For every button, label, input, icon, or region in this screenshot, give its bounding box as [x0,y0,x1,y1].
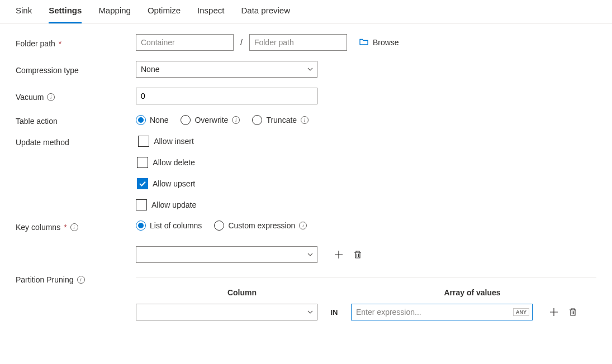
container-input[interactable] [136,34,234,51]
chevron-down-icon [307,309,314,315]
tab-settings[interactable]: Settings [49,6,82,23]
info-icon[interactable]: i [301,116,309,124]
chevron-down-icon [307,251,314,258]
tab-inspect[interactable]: Inspect [197,6,224,23]
key-columns-custom[interactable]: Custom expression i [214,221,307,231]
tab-optimize[interactable]: Optimize [148,6,181,23]
values-header: Array of values [348,288,596,297]
info-icon[interactable]: i [299,222,307,229]
partition-pruning-label: Partition Pruning i [16,273,136,284]
radio-icon [181,115,191,125]
vacuum-label: Vacuum i [16,90,136,102]
vacuum-input[interactable] [136,88,317,104]
update-method-label: Update method [16,136,136,147]
info-icon[interactable]: i [232,116,240,124]
allow-insert-checkbox[interactable]: Allow insert [138,136,194,147]
allow-update-checkbox[interactable]: Allow update [136,199,196,210]
table-action-overwrite[interactable]: Overwrite i [181,115,240,125]
tab-bar: Sink Settings Mapping Optimize Inspect D… [0,0,612,24]
add-button[interactable] [333,249,344,260]
info-icon[interactable]: i [70,223,78,231]
in-label: IN [328,308,341,317]
required-indicator: * [64,223,67,232]
partition-column-select[interactable] [136,304,317,320]
compression-type-select[interactable]: None [136,61,317,78]
table-action-truncate[interactable]: Truncate i [252,115,309,125]
tab-data-preview[interactable]: Data preview [241,6,290,23]
compression-type-label: Compression type [16,64,136,75]
delete-button[interactable] [567,306,578,318]
checkbox-icon [138,136,149,147]
checkbox-icon [137,178,148,189]
tab-sink[interactable]: Sink [16,6,32,23]
radio-icon [252,115,262,125]
checkbox-icon [137,157,148,168]
column-header: Column [136,288,348,297]
folder-icon [359,38,368,47]
expression-input[interactable] [351,304,533,320]
info-icon[interactable]: i [77,276,85,284]
chevron-down-icon [307,66,314,73]
allow-delete-checkbox[interactable]: Allow delete [137,157,195,168]
delete-button[interactable] [352,249,363,260]
checkbox-icon [136,199,147,210]
required-indicator: * [59,39,61,48]
path-separator: / [239,38,244,47]
add-button[interactable] [548,306,559,318]
table-action-none[interactable]: None [136,115,168,125]
divider [136,277,596,278]
radio-icon [136,221,146,231]
radio-icon [214,221,224,231]
table-action-label: Table action [16,114,136,126]
folder-path-input[interactable] [249,34,347,51]
key-columns-list[interactable]: List of columns [136,221,202,231]
folder-path-label: Folder path * [16,37,136,48]
radio-icon [136,115,146,125]
browse-button[interactable]: Browse [359,38,399,47]
key-column-select[interactable] [136,246,317,263]
any-badge: ANY [513,308,529,316]
key-columns-label: Key columns * i [16,221,136,232]
tab-mapping[interactable]: Mapping [98,6,131,23]
allow-upsert-checkbox[interactable]: Allow upsert [137,178,195,189]
info-icon[interactable]: i [47,93,55,101]
